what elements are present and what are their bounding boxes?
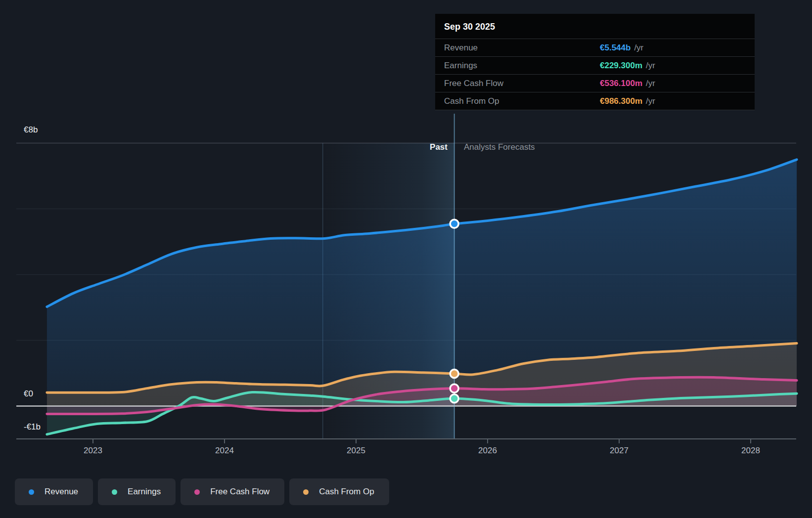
y-axis-label-8b: €8b [24, 125, 38, 135]
tooltip-value: €986.300m [600, 96, 642, 106]
x-tick-2024: 2024 [205, 446, 244, 456]
x-tick-2025: 2025 [336, 446, 376, 456]
chart-tooltip: Sep 30 2025 Revenue €5.544b /yr Earnings… [435, 14, 755, 110]
tooltip-suffix: /yr [646, 96, 655, 106]
tooltip-suffix: /yr [646, 79, 655, 88]
tooltip-date: Sep 30 2025 [435, 14, 755, 39]
tooltip-label: Earnings [435, 61, 600, 71]
legend-item-earnings[interactable]: Earnings [98, 478, 176, 505]
revenue-dot-icon [29, 489, 34, 495]
past-region-label: Past [388, 142, 448, 152]
tooltip-label: Cash From Op [435, 96, 600, 106]
free-cash-flow-dot-icon [194, 489, 200, 495]
legend-label: Revenue [45, 487, 78, 497]
tooltip-row-cash-from-op: Cash From Op €986.300m /yr [435, 92, 755, 110]
earnings-dot-icon [112, 489, 117, 495]
legend-label: Free Cash Flow [210, 487, 270, 497]
x-tick-2026: 2026 [468, 446, 507, 456]
x-tick-2027: 2027 [599, 446, 639, 456]
y-axis-label-0: €0 [24, 389, 33, 399]
tooltip-suffix: /yr [646, 61, 655, 71]
financial-growth-chart: €8b €0 -€1b 2023 2024 2025 2026 2027 202… [0, 0, 812, 518]
tooltip-row-revenue: Revenue €5.544b /yr [435, 39, 755, 56]
tooltip-value: €536.100m [600, 79, 642, 88]
tooltip-value: €5.544b [600, 43, 631, 53]
legend-label: Earnings [128, 487, 161, 497]
chart-legend: Revenue Earnings Free Cash Flow Cash Fro… [15, 478, 389, 505]
tooltip-suffix: /yr [634, 43, 643, 53]
legend-item-revenue[interactable]: Revenue [15, 478, 93, 505]
tooltip-value: €229.300m [600, 61, 642, 71]
tooltip-row-earnings: Earnings €229.300m /yr [435, 56, 755, 74]
legend-label: Cash From Op [319, 487, 374, 497]
x-tick-2028: 2028 [731, 446, 770, 456]
tooltip-label: Free Cash Flow [435, 79, 600, 88]
y-axis-label-neg1b: -€1b [24, 422, 41, 432]
legend-item-free-cash-flow[interactable]: Free Cash Flow [180, 478, 284, 505]
cash-from-op-dot-icon [303, 489, 309, 495]
legend-item-cash-from-op[interactable]: Cash From Op [289, 478, 389, 505]
forecast-region-label: Analysts Forecasts [464, 142, 535, 152]
tooltip-row-free-cash-flow: Free Cash Flow €536.100m /yr [435, 74, 755, 92]
tooltip-label: Revenue [435, 43, 600, 53]
x-tick-2023: 2023 [73, 446, 113, 456]
